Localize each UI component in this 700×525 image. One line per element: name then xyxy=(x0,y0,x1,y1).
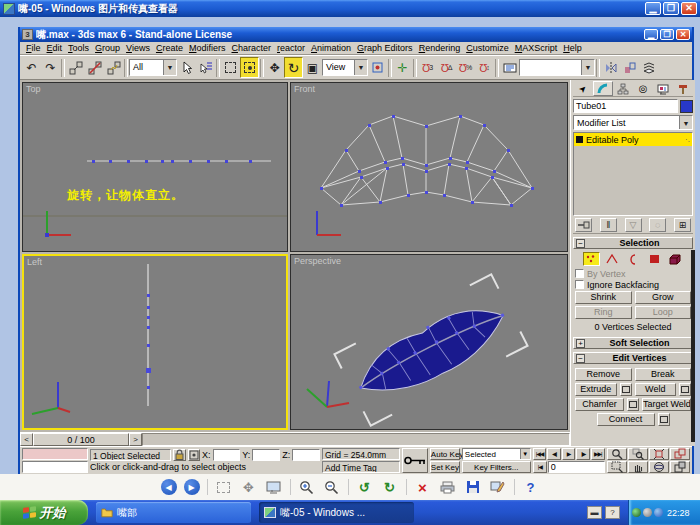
time-slider-prev-button[interactable]: < xyxy=(20,433,33,446)
next-image-button[interactable]: ▶ xyxy=(184,479,200,495)
menu-customize[interactable]: Customize xyxy=(463,43,512,53)
connect-button[interactable]: Connect xyxy=(597,413,655,426)
tab-utilities-icon[interactable] xyxy=(673,81,693,96)
polygon-mode-icon[interactable] xyxy=(646,252,663,266)
zoom-all-icon[interactable] xyxy=(628,448,648,460)
make-unique-icon[interactable]: ▽ xyxy=(625,218,642,232)
zoom-icon[interactable] xyxy=(607,448,627,460)
configure-modifier-sets-icon[interactable]: ⊞ xyxy=(674,218,691,232)
edit-vertices-rollout-header[interactable]: − Edit Vertices xyxy=(573,352,693,364)
maxscript-mini-listener[interactable] xyxy=(21,447,89,474)
align-icon[interactable] xyxy=(620,57,639,78)
chamfer-settings-button[interactable] xyxy=(627,398,639,411)
start-button[interactable]: 开始 xyxy=(0,500,88,525)
redo-icon[interactable]: ↷ xyxy=(41,57,60,78)
ignore-backfacing-checkbox[interactable] xyxy=(575,280,584,289)
max-maximize-button[interactable]: ❐ xyxy=(660,29,674,40)
by-vertex-checkbox[interactable] xyxy=(575,269,584,278)
menu-create[interactable]: Create xyxy=(153,43,186,53)
viewport-front[interactable]: Front xyxy=(290,82,568,252)
key-filters-button[interactable]: Key Filters... xyxy=(462,461,531,473)
named-selection-dropdown[interactable]: ▼ xyxy=(519,59,595,76)
y-coordinate-field[interactable] xyxy=(252,449,280,461)
select-object-icon[interactable] xyxy=(177,57,196,78)
selection-rollout-header[interactable]: − Selection xyxy=(573,237,693,249)
menu-animation[interactable]: Animation xyxy=(308,43,354,53)
edge-mode-icon[interactable] xyxy=(604,252,621,266)
auto-key-button[interactable]: Auto Key xyxy=(430,448,460,460)
key-selection-dropdown[interactable]: Selected ▼ xyxy=(462,448,531,460)
time-slider-track[interactable] xyxy=(142,433,570,446)
modifier-list-dropdown[interactable]: Modifier List ▼ xyxy=(573,115,693,130)
zoom-out-icon[interactable] xyxy=(323,478,341,496)
select-and-manipulate-icon[interactable]: ✛ xyxy=(393,57,412,78)
tab-motion-icon[interactable]: ◎ xyxy=(633,81,653,96)
set-keys-key-icon[interactable] xyxy=(402,448,428,473)
break-button[interactable]: Break xyxy=(635,368,692,381)
save-icon[interactable] xyxy=(464,478,482,496)
angle-snap-icon[interactable]: Ω∆ xyxy=(437,57,456,78)
viewer-minimize-button[interactable]: ▁ xyxy=(645,2,661,15)
rotate-clockwise-icon[interactable]: ↻ xyxy=(381,478,399,496)
time-slider-next-button[interactable]: > xyxy=(129,433,142,446)
viewport-left[interactable]: Left xyxy=(22,254,288,430)
max-close-button[interactable]: ✕ xyxy=(676,29,690,40)
taskbar-task-folder[interactable]: 嘴部 xyxy=(96,502,251,523)
menu-tools[interactable]: Tools xyxy=(65,43,92,53)
remove-button[interactable]: Remove xyxy=(575,368,632,381)
rectangular-selection-region-icon[interactable] xyxy=(221,57,240,78)
vertex-mode-icon[interactable] xyxy=(583,252,600,266)
command-panel-scrollbar[interactable] xyxy=(691,250,695,442)
viewport-perspective[interactable]: Perspective xyxy=(290,254,568,430)
x-coordinate-field[interactable] xyxy=(213,449,241,461)
best-fit-icon[interactable] xyxy=(215,478,233,496)
viewer-close-button[interactable]: ✕ xyxy=(681,2,697,15)
select-by-name-icon[interactable] xyxy=(196,57,215,78)
tab-hierarchy-icon[interactable] xyxy=(613,81,633,96)
time-slider-handle[interactable]: 0 / 100 xyxy=(33,433,129,446)
absolute-offset-toggle-icon[interactable] xyxy=(188,449,201,461)
taskbar-task-viewer[interactable]: 嘴-05 - Windows ... xyxy=(259,502,414,523)
listener-script-line[interactable] xyxy=(22,461,88,473)
viewport-top-label[interactable]: Top xyxy=(26,84,41,94)
show-end-result-icon[interactable]: ‖ xyxy=(600,218,617,232)
menu-edit[interactable]: Edit xyxy=(44,43,66,53)
ring-button[interactable]: Ring xyxy=(575,306,632,319)
select-and-link-icon[interactable] xyxy=(66,57,85,78)
menu-maxscript[interactable]: MAXScript xyxy=(512,43,561,53)
listener-macro-line[interactable] xyxy=(22,448,88,460)
min-max-toggle-icon[interactable] xyxy=(670,461,690,473)
viewer-restore-button[interactable]: ❐ xyxy=(663,2,679,15)
object-color-swatch[interactable] xyxy=(680,100,693,113)
next-frame-button[interactable]: |▶ xyxy=(576,448,590,460)
menu-rendering[interactable]: Rendering xyxy=(416,43,464,53)
current-frame-field[interactable]: 0 xyxy=(548,461,605,473)
mirror-icon[interactable] xyxy=(601,57,620,78)
viewport-top[interactable]: Top xyxy=(22,82,288,252)
extrude-settings-button[interactable] xyxy=(620,383,632,396)
menu-reactor[interactable]: reactor xyxy=(274,43,308,53)
pin-stack-icon[interactable] xyxy=(575,218,592,232)
soft-selection-rollout-header[interactable]: + Soft Selection xyxy=(573,337,693,349)
target-weld-button[interactable]: Target Weld xyxy=(642,398,691,411)
rotate-counterclockwise-icon[interactable]: ↺ xyxy=(356,478,374,496)
play-button[interactable]: ▶ xyxy=(562,448,576,460)
actual-size-icon[interactable]: ✥ xyxy=(240,478,258,496)
chamfer-button[interactable]: Chamfer xyxy=(575,398,624,411)
z-coordinate-field[interactable] xyxy=(292,449,320,461)
menu-modifiers[interactable]: Modifiers xyxy=(186,43,229,53)
menu-file[interactable]: File xyxy=(23,43,44,53)
tray-icon-2[interactable] xyxy=(643,508,652,517)
menu-help[interactable]: Help xyxy=(560,43,585,53)
region-zoom-icon[interactable] xyxy=(607,461,627,473)
previous-frame-button[interactable]: ◀| xyxy=(547,448,561,460)
menu-character[interactable]: Character xyxy=(228,43,274,53)
percent-snap-icon[interactable]: Ω% xyxy=(456,57,475,78)
delete-icon[interactable]: × xyxy=(414,478,432,496)
add-time-tag[interactable]: Add Time Tag xyxy=(322,461,400,473)
selection-filter-dropdown[interactable]: All ▼ xyxy=(129,59,177,76)
viewport-front-label[interactable]: Front xyxy=(294,84,315,94)
stack-item-editable-poly[interactable]: Editable Poly ·. xyxy=(574,133,692,146)
tab-display-icon[interactable] xyxy=(653,81,673,96)
tab-modify-icon[interactable] xyxy=(593,81,613,96)
